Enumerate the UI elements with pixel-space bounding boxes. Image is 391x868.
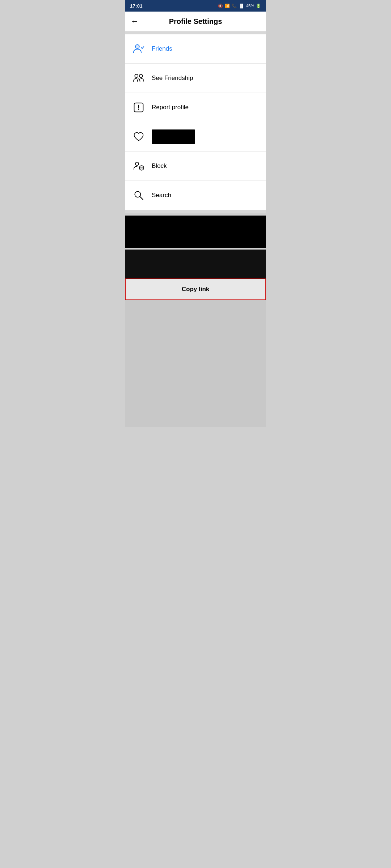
svg-line-11 (140, 197, 143, 200)
gray-background-area (125, 300, 266, 427)
battery-label: 45% (246, 4, 254, 8)
svg-point-7 (135, 162, 139, 165)
bottom-section: Copy link (125, 216, 266, 300)
friends-label: Friends (152, 45, 172, 52)
status-icons: 🔇 📶 📞 ▐▌ 45% 🔋 (218, 4, 261, 8)
svg-point-6 (138, 109, 139, 110)
wifi-icon: 📶 (225, 4, 230, 8)
battery-icon: 🔋 (256, 4, 261, 8)
section-divider-bottom (125, 210, 266, 213)
report-icon (131, 99, 147, 115)
report-profile-label: Report profile (152, 104, 189, 111)
menu-list: Friends See Friendship Report profile (125, 34, 266, 210)
redacted-block-1 (125, 216, 266, 248)
heart-icon (131, 129, 147, 145)
menu-item-friends[interactable]: Friends (125, 34, 266, 64)
status-time: 17:01 (130, 3, 143, 9)
redacted-block-heart (152, 129, 195, 144)
section-divider-top (125, 31, 266, 34)
search-icon (131, 187, 147, 203)
redacted-block-2 (125, 250, 266, 278)
back-button[interactable]: ← (131, 17, 139, 26)
block-label: Block (152, 162, 167, 170)
status-bar: 17:01 🔇 📶 📞 ▐▌ 45% 🔋 (125, 0, 266, 12)
svg-point-1 (135, 44, 139, 48)
page-title: Profile Settings (144, 17, 247, 26)
page-header: ← Profile Settings (125, 12, 266, 31)
menu-item-block[interactable]: Block (125, 152, 266, 181)
menu-item-search[interactable]: Search (125, 181, 266, 210)
search-label: Search (152, 192, 171, 199)
menu-item-report-profile[interactable]: Report profile (125, 93, 266, 122)
friends-check-icon (131, 41, 147, 57)
friendship-icon (131, 70, 147, 86)
menu-item-heart-redacted[interactable] (125, 122, 266, 152)
copy-link-button[interactable]: Copy link (125, 278, 266, 300)
call-icon: 📞 (232, 4, 237, 8)
svg-point-2 (135, 74, 138, 77)
see-friendship-label: See Friendship (152, 75, 193, 82)
svg-point-3 (139, 74, 143, 77)
mute-icon: 🔇 (218, 4, 223, 8)
block-icon (131, 158, 147, 174)
copy-link-label: Copy link (182, 286, 210, 293)
menu-item-see-friendship[interactable]: See Friendship (125, 64, 266, 93)
signal-icon: ▐▌ (239, 4, 244, 8)
